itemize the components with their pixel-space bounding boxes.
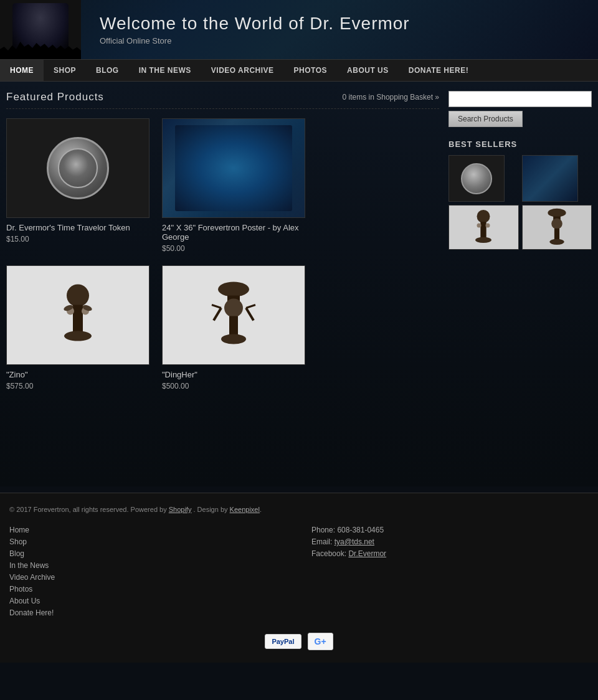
page-title: Featured Products bbox=[6, 91, 104, 103]
svg-point-2 bbox=[64, 331, 92, 341]
main-content: Featured Products 0 items in Shopping Ba… bbox=[0, 82, 598, 486]
svg-point-20 bbox=[486, 224, 490, 228]
nav-item-home[interactable]: HOME bbox=[0, 60, 44, 81]
footer-copyright: © 2017 Forevertron, all rights reserved.… bbox=[9, 506, 589, 513]
site-logo bbox=[0, 0, 81, 59]
nav-item-blog[interactable]: BLOG bbox=[86, 60, 129, 81]
footer-bottom: PayPal G+ bbox=[9, 633, 589, 650]
main-nav: HOME SHOP BLOG IN THE NEWS VIDEO ARCHIVE… bbox=[0, 59, 598, 82]
nav-item-photos[interactable]: PHOTOS bbox=[284, 60, 337, 81]
footer-columns: Home Shop Blog In the News Video Archive… bbox=[9, 526, 589, 620]
product-name: Dr. Evermor's Time Travelor Token bbox=[6, 223, 150, 232]
poster-image bbox=[163, 119, 305, 217]
footer-phone: Phone: 608-381-0465 bbox=[311, 526, 589, 534]
footer-email: Email: tya@tds.net bbox=[311, 537, 589, 546]
footer-nav-shop[interactable]: Shop bbox=[9, 537, 287, 546]
token-image bbox=[47, 137, 109, 199]
nav-item-shop[interactable]: SHOP bbox=[44, 60, 86, 81]
product-price: $500.00 bbox=[162, 382, 305, 390]
nav-item-video[interactable]: VIDEO ARCHIVE bbox=[201, 60, 284, 81]
cart-info[interactable]: 0 items in Shopping Basket » bbox=[343, 93, 439, 102]
best-seller-item[interactable] bbox=[522, 205, 592, 250]
product-image bbox=[6, 118, 150, 218]
best-seller-item[interactable] bbox=[448, 205, 519, 250]
footer-nav: Home Shop Blog In the News Video Archive… bbox=[9, 526, 287, 620]
product-image bbox=[162, 118, 305, 218]
product-item[interactable]: "Zino" $575.00 bbox=[6, 265, 150, 390]
keenpixel-link[interactable]: Keenpixel bbox=[230, 506, 260, 513]
shopify-link[interactable]: Shopify bbox=[169, 506, 192, 513]
product-price: $15.00 bbox=[6, 235, 150, 244]
bs-zino-image bbox=[468, 206, 499, 249]
best-seller-item[interactable] bbox=[448, 155, 505, 202]
svg-point-21 bbox=[548, 209, 566, 217]
nav-item-news[interactable]: IN THE NEWS bbox=[129, 60, 201, 81]
footer-nav-video[interactable]: Video Archive bbox=[9, 573, 287, 582]
footer-nav-home[interactable]: Home bbox=[9, 526, 287, 534]
nav-list: HOME SHOP BLOG IN THE NEWS VIDEO ARCHIVE… bbox=[0, 60, 598, 81]
svg-point-18 bbox=[475, 237, 491, 243]
site-subtitle: Official Online Store bbox=[100, 36, 410, 45]
best-sellers-grid bbox=[448, 155, 592, 250]
product-item[interactable]: "DingHer" $500.00 bbox=[162, 265, 305, 390]
product-price: $575.00 bbox=[6, 382, 150, 390]
svg-point-9 bbox=[224, 299, 243, 318]
sculpture-zino-image bbox=[53, 277, 103, 354]
svg-line-15 bbox=[246, 305, 255, 308]
footer-nav-about[interactable]: About Us bbox=[9, 597, 287, 605]
svg-point-7 bbox=[218, 282, 249, 297]
footer-facebook-link[interactable]: Dr.Evermor bbox=[348, 549, 386, 558]
best-sellers-title: BEST SELLERS bbox=[448, 140, 592, 149]
search-box: Search Products bbox=[448, 91, 592, 127]
svg-point-25 bbox=[549, 239, 564, 245]
footer-nav-news[interactable]: In the News bbox=[9, 561, 287, 570]
footer-email-link[interactable]: tya@tds.net bbox=[335, 537, 374, 546]
footer-nav-blog[interactable]: Blog bbox=[9, 549, 287, 558]
bs-dingher-image bbox=[541, 206, 572, 249]
footer-contact: Phone: 608-381-0465 Email: tya@tds.net F… bbox=[311, 526, 589, 620]
bs-poster-image bbox=[523, 156, 577, 201]
svg-line-12 bbox=[214, 308, 221, 321]
bs-token-image bbox=[461, 163, 492, 194]
product-name: "Zino" bbox=[6, 370, 150, 379]
site-header: Welcome to the World of Dr. Evermor Offi… bbox=[0, 0, 598, 59]
svg-line-14 bbox=[212, 305, 221, 308]
products-grid: Dr. Evermor's Time Travelor Token $15.00… bbox=[6, 118, 439, 390]
nav-item-donate[interactable]: DONATE HERE! bbox=[399, 60, 478, 81]
svg-point-19 bbox=[477, 224, 482, 228]
product-item[interactable]: Dr. Evermor's Time Travelor Token $15.00 bbox=[6, 118, 150, 253]
page-title-bar: Featured Products 0 items in Shopping Ba… bbox=[6, 91, 439, 109]
site-title: Welcome to the World of Dr. Evermor bbox=[100, 14, 410, 34]
search-button[interactable]: Search Products bbox=[448, 111, 523, 127]
svg-point-16 bbox=[477, 210, 490, 223]
site-title-block: Welcome to the World of Dr. Evermor Offi… bbox=[81, 14, 410, 45]
svg-point-11 bbox=[221, 334, 246, 344]
svg-point-0 bbox=[67, 285, 89, 307]
best-seller-item[interactable] bbox=[522, 155, 578, 202]
svg-line-13 bbox=[246, 308, 254, 321]
svg-point-23 bbox=[551, 218, 562, 229]
content-area: Featured Products 0 items in Shopping Ba… bbox=[6, 91, 448, 477]
footer-nav-photos[interactable]: Photos bbox=[9, 585, 287, 594]
product-image bbox=[162, 265, 305, 365]
product-price: $50.00 bbox=[162, 244, 305, 253]
google-badge[interactable]: G+ bbox=[308, 633, 333, 650]
nav-item-about[interactable]: ABOUT US bbox=[337, 60, 399, 81]
site-footer: © 2017 Forevertron, all rights reserved.… bbox=[0, 493, 598, 663]
sidebar: Search Products BEST SELLERS bbox=[448, 91, 592, 477]
sculpture-dingher-image bbox=[209, 277, 259, 354]
product-name: "DingHer" bbox=[162, 370, 305, 379]
search-input[interactable] bbox=[448, 91, 592, 107]
product-image bbox=[6, 265, 150, 365]
product-item[interactable]: 24" X 36" Forevertron Poster - by Alex G… bbox=[162, 118, 305, 253]
footer-facebook: Facebook: Dr.Evermor bbox=[311, 549, 589, 558]
footer-nav-donate[interactable]: Donate Here! bbox=[9, 608, 287, 617]
product-name: 24" X 36" Forevertron Poster - by Alex G… bbox=[162, 223, 305, 242]
paypal-badge[interactable]: PayPal bbox=[265, 634, 301, 649]
